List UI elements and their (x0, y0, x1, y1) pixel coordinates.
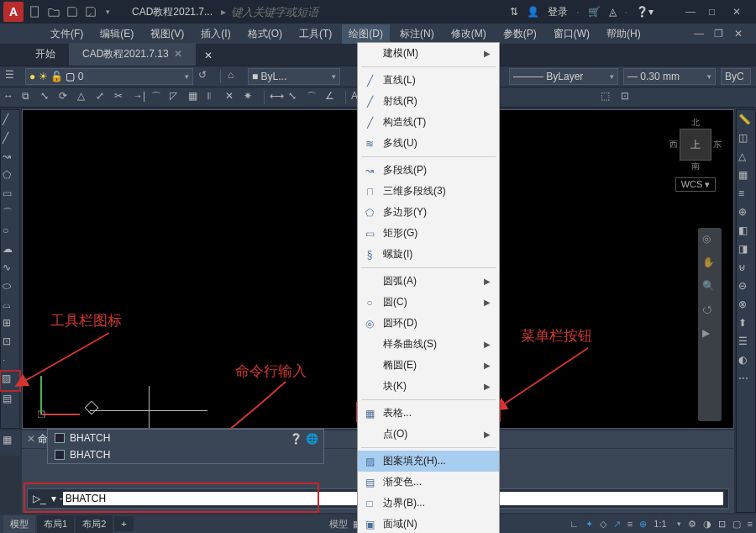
align-icon[interactable]: ≡ (738, 187, 753, 203)
menu-item[interactable]: 工具(T) (292, 24, 339, 44)
spline-icon[interactable]: ∿ (3, 261, 18, 277)
polar-toggle[interactable]: ✦ (585, 519, 593, 530)
help-search-input[interactable] (229, 4, 330, 20)
signin-label[interactable]: 登录 (548, 5, 568, 19)
scale-icon[interactable]: ⤢ (96, 90, 111, 105)
osnap-toggle[interactable]: ◇ (600, 519, 606, 530)
menu-panel-item[interactable]: ○圆(C)▶ (358, 292, 499, 313)
erase-icon[interactable]: ✕ (225, 90, 240, 105)
menu-item[interactable]: 格式(O) (241, 24, 289, 44)
command-toggle-icon[interactable]: ▷_ (33, 493, 46, 504)
menu-panel-item[interactable]: 圆弧(A)▶ (358, 271, 499, 292)
layer-manager-icon[interactable]: ☰ (5, 69, 20, 84)
point-icon[interactable]: ∙ (3, 354, 18, 369)
gradient-icon[interactable]: ▤ (3, 393, 18, 408)
isolate-icon[interactable]: ◑ (703, 519, 711, 530)
open-icon[interactable] (47, 6, 60, 18)
menu-panel-item[interactable]: ↝多段线(P) (358, 160, 499, 181)
menu-item[interactable]: 视图(V) (144, 24, 191, 44)
color-combo[interactable]: ■ ByL...▾ (248, 68, 340, 85)
group-icon[interactable]: ⊡ (621, 90, 636, 105)
menu-panel-item[interactable]: §螺旋(I) (358, 244, 499, 265)
pan-icon[interactable]: ✋ (702, 256, 717, 272)
layout-tab-1[interactable]: 布局1 (37, 515, 74, 533)
make-block-icon[interactable]: ⊡ (3, 335, 18, 351)
scale-label[interactable]: 1:1 (654, 519, 666, 529)
mirror-icon[interactable]: △ (77, 90, 92, 105)
transparency-icon[interactable]: ◐ (738, 354, 753, 369)
help-icon[interactable]: ❔▾ (636, 6, 654, 18)
chamfer-icon[interactable]: ◸ (170, 90, 185, 105)
menu-panel-item[interactable]: 椭圆(E)▶ (358, 355, 499, 376)
menu-panel-item[interactable]: ▨图案填充(H)... (358, 451, 499, 472)
extend-icon[interactable]: →| (133, 90, 148, 105)
gear-icon[interactable]: ⚙ (688, 519, 696, 530)
menu-item[interactable]: 修改(M) (444, 24, 493, 44)
extrude-icon[interactable]: ⬆ (738, 317, 753, 332)
help-search[interactable]: ▸ (221, 4, 330, 20)
menu-panel-item[interactable]: ⨅三维多段线(3) (358, 181, 499, 202)
maximize-button[interactable]: □ (709, 6, 724, 18)
insert-block-icon[interactable]: ⊞ (3, 317, 18, 332)
arc-icon[interactable]: ⌒ (3, 206, 18, 221)
menu-item[interactable]: 参数(P) (496, 24, 543, 44)
revcloud-icon[interactable]: ☁ (3, 243, 18, 258)
intersect-icon[interactable]: ⊗ (738, 298, 753, 314)
save-icon[interactable] (66, 6, 79, 18)
circle-icon[interactable]: ○ (3, 224, 18, 240)
region-icon[interactable]: ▦ (3, 434, 18, 449)
menu-panel-item[interactable]: ▦表格... (358, 403, 499, 424)
lwt-toggle[interactable]: ≡ (627, 519, 633, 529)
plotstyle-combo[interactable]: ByC (721, 68, 751, 85)
move3d-icon[interactable]: ⊕ (738, 206, 753, 221)
menu-panel-item[interactable]: □边界(B)... (358, 493, 499, 514)
fillet-icon[interactable]: ⌒ (151, 90, 166, 105)
layer-prev-icon[interactable]: ↺ (198, 69, 213, 84)
menu-panel-item[interactable]: 点(O)▶ (358, 424, 499, 445)
menu-panel-item[interactable]: ▣面域(N) (358, 514, 499, 533)
new-icon[interactable] (29, 6, 42, 18)
menu-panel-item[interactable]: ╱直线(L) (358, 70, 499, 91)
linetype-combo[interactable]: ——— ByLayer▾ (509, 68, 618, 85)
zoom-icon[interactable]: 🔍 (702, 280, 717, 295)
menu-item[interactable]: 帮助(H) (600, 24, 648, 44)
app-icon[interactable]: ◬ (609, 6, 617, 18)
ortho-toggle[interactable]: ∟ (570, 519, 579, 529)
union-icon[interactable]: ⊎ (738, 261, 753, 277)
more-tools-icon[interactable]: ⋯ (738, 372, 753, 388)
help-small-icon[interactable]: ❔ (290, 433, 302, 445)
menu-panel-item[interactable]: ▭矩形(G) (358, 223, 499, 244)
signin-icon[interactable]: 👤 (527, 6, 539, 18)
clean-screen-icon[interactable]: ▢ (732, 519, 741, 530)
select-icon[interactable]: ◫ (738, 132, 753, 147)
menu-panel-item[interactable]: ╱构造线(T) (358, 112, 499, 133)
menu-item[interactable]: 文件(F) (44, 24, 90, 44)
menu-item[interactable]: 编辑(E) (93, 24, 140, 44)
dim-align-icon[interactable]: ⤡ (288, 90, 303, 105)
draworder-icon[interactable]: ⬚ (601, 90, 616, 105)
tab-document[interactable]: CAD教程2021.7.13✕ (69, 43, 196, 66)
slice-icon[interactable]: ◨ (738, 243, 753, 258)
layout-tab-2[interactable]: 布局2 (76, 515, 113, 533)
array3d-icon[interactable]: ▦ (738, 169, 753, 184)
customize-status-icon[interactable]: ≡ (748, 519, 753, 529)
menu-panel-item[interactable]: ▤渐变色... (358, 472, 499, 493)
tab-start[interactable]: 开始 (22, 43, 69, 66)
layout-tab-model[interactable]: 模型 (3, 515, 35, 533)
doc-close-button[interactable]: ✕ (734, 28, 749, 40)
copy-icon[interactable]: ⧉ (22, 90, 37, 105)
dim-linear-icon[interactable]: ⟷ (270, 90, 285, 105)
viewcube-face[interactable]: 上 (680, 129, 711, 161)
move-icon[interactable]: ↔ (3, 90, 18, 105)
menu-panel-item[interactable]: ≋多线(U) (358, 133, 499, 154)
paper-model-toggle[interactable]: 模型 (329, 518, 348, 530)
doc-minimize-button[interactable]: — (694, 28, 709, 40)
layer-combo[interactable]: ● ☀ 🔓 ▢ 0▾ (25, 68, 193, 85)
pline-icon[interactable]: ↝ (3, 150, 18, 166)
autocomplete-item[interactable]: BHATCH ❔🌐 (48, 446, 323, 463)
rectangle-icon[interactable]: ▭ (3, 187, 18, 203)
lineweight-combo[interactable]: — 0.30 mm▾ (623, 68, 716, 85)
subtract-icon[interactable]: ⊖ (738, 280, 753, 295)
menu-panel-item[interactable]: 样条曲线(S)▶ (358, 334, 499, 355)
polygon-icon[interactable]: ⬠ (3, 169, 18, 184)
